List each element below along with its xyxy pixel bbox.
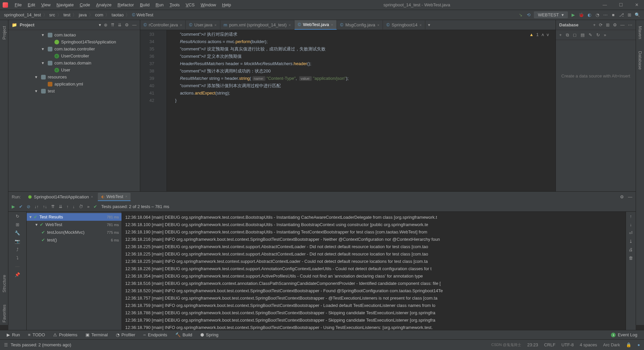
menu-run[interactable]: Run <box>153 1 166 9</box>
tool-build[interactable]: 🔨Build <box>175 332 192 337</box>
layout-icon[interactable]: ⊞ <box>627 12 632 18</box>
refresh-icon[interactable]: ⟳ <box>599 22 603 27</box>
add-datasource-icon[interactable]: + <box>559 32 562 38</box>
database-tool-button[interactable]: Database <box>637 48 643 72</box>
duplicate-icon[interactable]: ⧉ <box>566 32 569 38</box>
close-icon[interactable]: × <box>91 195 93 199</box>
stop-button[interactable]: ■ <box>611 12 616 18</box>
coverage-button[interactable]: ◐ <box>587 12 592 18</box>
tool-todo[interactable]: ≡TODO <box>28 332 45 337</box>
expand-icon[interactable]: ⇈ <box>51 204 55 209</box>
toggle-icon[interactable]: ⊞ <box>16 222 19 227</box>
close-icon[interactable]: × <box>419 23 421 27</box>
menu-refactor[interactable]: Refactor <box>115 1 137 9</box>
rerun-failed-icon[interactable]: ↻ <box>16 214 19 219</box>
prev-icon[interactable]: ↑ <box>66 204 69 209</box>
cursor-position[interactable]: 23:23 <box>527 342 538 347</box>
menu-code[interactable]: Code <box>77 1 93 9</box>
console-output[interactable]: 12:36:18.064 [main] DEBUG org.springfram… <box>122 212 626 330</box>
project-tool-button[interactable]: Project <box>1 23 7 42</box>
collapse-all-icon[interactable]: ⇊ <box>118 22 122 27</box>
profile-button[interactable]: ◔ <box>595 12 600 18</box>
menu-tools[interactable]: Tools <box>167 1 182 9</box>
menu-navigate[interactable]: Navigate <box>54 1 76 9</box>
pin-icon[interactable]: 📌 <box>15 272 20 277</box>
close-button[interactable]: ✕ <box>632 2 641 7</box>
collapse-icon[interactable]: ⇊ <box>59 204 62 209</box>
tree-item[interactable]: Springboot14TestApplication <box>8 38 140 45</box>
menu-help[interactable]: Help <box>219 1 234 9</box>
run-tab[interactable]: ⬢Springboot14TestApplication× <box>25 193 96 201</box>
lock-icon[interactable]: 🔒 <box>626 342 631 347</box>
status-icon[interactable]: ☰ <box>4 342 8 347</box>
git-icon[interactable]: ⎇ <box>619 12 624 18</box>
menu-vcs[interactable]: VCS <box>183 1 197 9</box>
locate-icon[interactable]: ⊕ <box>104 22 108 27</box>
tool-run[interactable]: ▶Run <box>7 332 20 337</box>
tree-item[interactable]: ▾com.taotao.controller <box>8 45 140 52</box>
favorites-tool-button[interactable]: Favorites <box>1 302 7 325</box>
menu-window[interactable]: Window <box>198 1 219 9</box>
more-tabs-icon[interactable]: ▾ <box>425 22 433 27</box>
sort-icon-2[interactable]: ↑↓ <box>43 204 47 209</box>
hide-icon[interactable]: — <box>132 22 137 27</box>
maximize-button[interactable]: ☐ <box>616 2 626 7</box>
tool-spring[interactable]: ⬢Spring <box>200 332 219 337</box>
encoding[interactable]: UTF-8 <box>562 342 574 347</box>
tree-item[interactable]: ▾resources <box>8 73 140 80</box>
breadcrumb-item[interactable]: java <box>79 12 87 17</box>
menu-view[interactable]: View <box>38 1 53 9</box>
build-icon[interactable]: ↘ <box>518 12 523 18</box>
expand-all-icon[interactable]: ⇈ <box>111 22 115 27</box>
tree-item[interactable]: application.yml <box>8 80 140 88</box>
editor-tab[interactable]: ©WebTest.java× <box>294 20 337 30</box>
rerun-button[interactable]: ▶ <box>12 204 15 209</box>
gear-icon[interactable]: ⚙ <box>620 194 624 199</box>
hide-icon[interactable]: — <box>620 22 625 27</box>
run-button[interactable]: ▶ <box>571 12 576 18</box>
breadcrumb-item[interactable]: test <box>63 12 70 17</box>
editor-tab[interactable]: ©Springboot14× <box>383 20 425 29</box>
add-icon[interactable]: + <box>593 22 596 27</box>
close-icon[interactable]: × <box>331 23 333 27</box>
tree-item[interactable]: ▾test <box>8 88 140 95</box>
tool-profiler[interactable]: ◔Profiler <box>116 332 135 337</box>
filter-icon[interactable]: ⊞ <box>606 22 610 27</box>
breadcrumb-item[interactable]: © WebTest <box>132 12 153 17</box>
wrap-icon[interactable]: ⏎ <box>629 230 633 235</box>
menu-file[interactable]: File <box>12 1 24 9</box>
more-icon[interactable]: ⋯ <box>628 22 632 27</box>
run-tab[interactable]: ⬖WebTest× <box>98 193 131 201</box>
menu-edit[interactable]: Edit <box>25 1 38 9</box>
tool-terminal[interactable]: ▣Terminal <box>85 332 108 337</box>
breadcrumb-item[interactable]: taotao <box>112 12 124 17</box>
import-icon[interactable]: ⤵ <box>16 255 19 260</box>
close-icon[interactable]: × <box>214 23 216 27</box>
minimize-button[interactable]: — <box>600 2 610 7</box>
inspection-widget[interactable]: ▲1 ʌ v <box>529 32 549 37</box>
breadcrumb-item[interactable]: src <box>49 12 55 17</box>
scroll-icon[interactable]: ⤓ <box>629 239 633 244</box>
gear-icon[interactable]: ⚙ <box>613 22 617 27</box>
gear-icon[interactable]: ⚙ <box>125 22 129 27</box>
breadcrumb-item[interactable]: com <box>95 12 103 17</box>
up-arrow-icon[interactable]: ↑ <box>630 214 632 219</box>
more-icon[interactable]: » <box>604 32 606 38</box>
run-config-selector[interactable]: WEBTEST ▾ <box>534 11 568 18</box>
line-ending[interactable]: CRLF <box>544 342 556 347</box>
test-tree-item[interactable]: ✔testJosn(MockMvc)775 ms <box>27 228 122 236</box>
next-icon[interactable]: ↓ <box>73 204 75 209</box>
tree-item[interactable]: CUserController <box>8 52 140 59</box>
menu-build[interactable]: Build <box>137 1 152 9</box>
editor-tab[interactable]: ©MsgConfig.java× <box>337 20 383 29</box>
close-icon[interactable]: × <box>289 23 291 27</box>
structure-tool-button[interactable]: Structure <box>1 272 7 295</box>
tree-item[interactable]: ▾com.taotao.domain <box>8 59 140 66</box>
test-tree-item[interactable]: ▾✔Test Results781 ms <box>27 213 122 221</box>
wrench-icon[interactable]: 🔧 <box>15 230 20 235</box>
chevron-down-icon[interactable]: v <box>547 32 549 37</box>
chevron-down-icon[interactable]: ▾ <box>99 22 101 27</box>
editor-tab[interactable]: ©rController.java× <box>140 20 186 29</box>
console-icon[interactable]: ▤ <box>581 32 585 38</box>
breadcrumb-item[interactable]: springboot_14_test <box>4 12 41 17</box>
